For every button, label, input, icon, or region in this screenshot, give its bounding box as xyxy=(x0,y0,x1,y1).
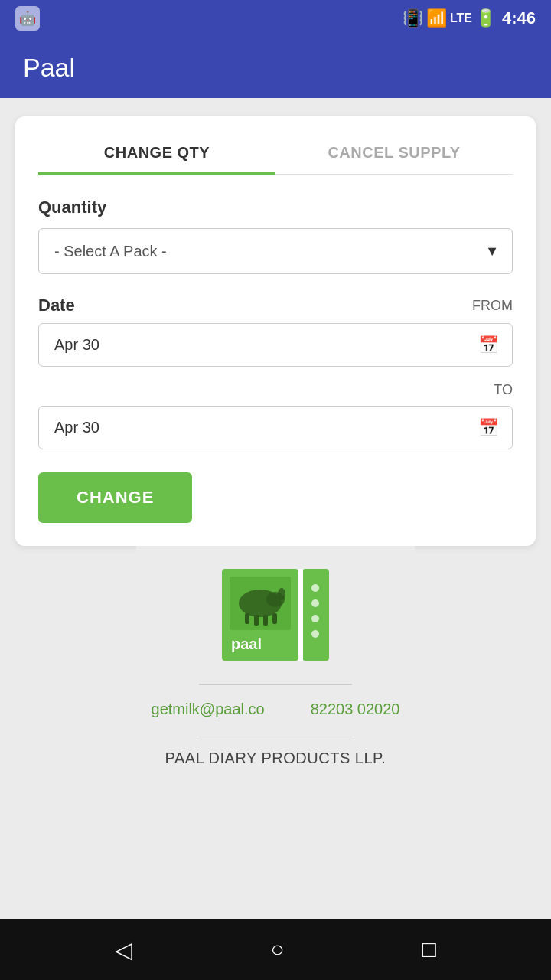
recent-button[interactable]: □ xyxy=(422,936,436,962)
change-button[interactable]: CHANGE xyxy=(38,472,192,523)
footer: paal getmilk@paal.co 82203 02020 PAAL DI… xyxy=(136,546,416,782)
svg-rect-2 xyxy=(298,569,303,661)
date-from-header: Date FROM xyxy=(38,296,513,315)
to-date-input[interactable] xyxy=(38,406,513,449)
date-label: Date xyxy=(38,296,75,315)
svg-rect-6 xyxy=(245,613,249,624)
time-display: 4:46 xyxy=(502,8,536,28)
tab-change-qty[interactable]: CHANGE QTY xyxy=(38,132,276,174)
tab-bar: CHANGE QTY CANCEL SUPPLY xyxy=(38,132,513,175)
home-button[interactable]: ○ xyxy=(270,936,284,962)
quantity-label: Quantity xyxy=(38,198,513,217)
footer-phone[interactable]: 82203 02020 xyxy=(311,701,400,718)
svg-point-14 xyxy=(311,615,319,622)
svg-point-13 xyxy=(311,599,319,607)
svg-rect-9 xyxy=(272,613,277,624)
footer-divider-top xyxy=(199,684,352,685)
signal-icons: 📳 📶 LTE 🔋 xyxy=(403,8,496,28)
status-bar: 🤖 📳 📶 LTE 🔋 4:46 xyxy=(0,0,551,37)
nav-bar: ◁ ○ □ xyxy=(0,919,551,980)
svg-point-12 xyxy=(311,584,319,592)
svg-point-15 xyxy=(311,630,319,638)
signal-icon: 📶 xyxy=(426,8,447,28)
app-bar: Paal xyxy=(0,37,551,98)
from-date-wrapper: 📅 xyxy=(38,323,513,367)
svg-rect-7 xyxy=(254,615,259,626)
main-content: CHANGE QTY CANCEL SUPPLY Quantity - Sele… xyxy=(0,98,551,919)
footer-divider-bottom xyxy=(199,737,352,738)
vibrate-icon: 📳 xyxy=(403,8,423,28)
date-from-section: Date FROM 📅 xyxy=(38,296,513,367)
app-title: Paal xyxy=(23,53,75,83)
back-button[interactable]: ◁ xyxy=(115,936,132,963)
from-date-input[interactable] xyxy=(38,323,513,367)
pack-select-wrapper: - Select A Pack - ▼ xyxy=(38,228,513,274)
from-label: FROM xyxy=(472,298,513,314)
footer-contacts: getmilk@paal.co 82203 02020 xyxy=(152,701,400,718)
footer-company: PAAL DIARY PRODUCTS LLP. xyxy=(165,750,386,767)
to-date-wrapper: 📅 xyxy=(38,406,513,449)
footer-email[interactable]: getmilk@paal.co xyxy=(152,701,265,718)
battery-icon: 🔋 xyxy=(475,8,496,28)
date-to-section: TO 📅 xyxy=(38,382,513,449)
lte-icon: LTE xyxy=(450,11,472,25)
date-to-header: TO xyxy=(38,382,513,398)
svg-text:paal: paal xyxy=(231,635,262,652)
svg-rect-8 xyxy=(263,615,268,626)
app-icon: 🤖 xyxy=(15,6,40,31)
tab-cancel-supply[interactable]: CANCEL SUPPLY xyxy=(276,132,513,174)
status-bar-right: 📳 📶 LTE 🔋 4:46 xyxy=(403,8,536,28)
to-label: TO xyxy=(494,382,513,398)
form-card: CHANGE QTY CANCEL SUPPLY Quantity - Sele… xyxy=(15,116,536,546)
pack-select[interactable]: - Select A Pack - xyxy=(38,228,513,274)
paal-logo: paal xyxy=(222,569,329,661)
svg-rect-1 xyxy=(302,569,329,661)
svg-point-10 xyxy=(278,588,285,600)
